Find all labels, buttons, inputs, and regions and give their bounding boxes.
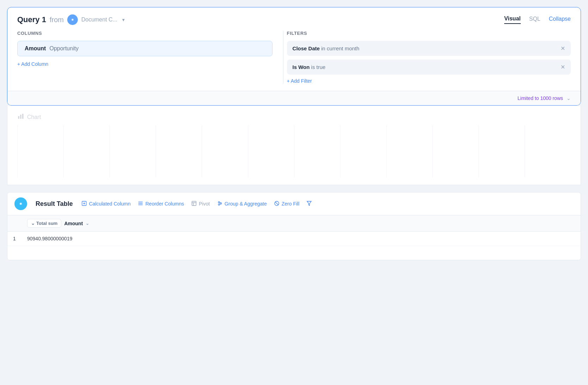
result-header: Result Table Calculated Column xyxy=(7,192,581,215)
add-column-link[interactable]: + Add Column xyxy=(17,61,273,67)
empty-row-num xyxy=(7,246,21,260)
calc-col-icon xyxy=(81,201,87,207)
group-aggregate-btn[interactable]: Group & Aggregate xyxy=(217,201,267,207)
grid-col xyxy=(248,125,294,178)
svg-rect-3 xyxy=(20,115,21,119)
empty-col-1 xyxy=(449,215,515,232)
query-footer: Limited to 1000 rows ⌄ xyxy=(7,91,581,105)
pivot-label: Pivot xyxy=(199,201,210,207)
chart-label: Chart xyxy=(27,114,41,120)
filter-2-bold: Is Won xyxy=(293,64,310,70)
filter-chip-2[interactable]: Is Won is true ✕ xyxy=(287,59,571,75)
query-title: Query 1 xyxy=(17,15,46,24)
calculated-column-btn[interactable]: Calculated Column xyxy=(81,201,131,207)
filter-2-rest: is true xyxy=(311,64,326,70)
svg-point-1 xyxy=(72,19,73,20)
reorder-label: Reorder Columns xyxy=(145,201,184,207)
data-table: ⌄ Total sum Amount ⌄ 1 90940.98000000019 xyxy=(7,215,581,260)
chevron-down-icon: ⌄ xyxy=(31,221,35,226)
grid-col xyxy=(340,125,386,178)
query-panel: Query 1 from Document C... ▾ Visual SQL … xyxy=(7,7,581,106)
filter-1-text: Close Date in current month xyxy=(293,45,359,51)
svg-rect-4 xyxy=(22,114,23,119)
empty-row-1 xyxy=(449,246,515,260)
columns-label: Columns xyxy=(17,31,273,36)
row-1-empty-1 xyxy=(449,232,515,246)
reorder-columns-btn[interactable]: Reorder Columns xyxy=(138,201,184,207)
table-header-row: ⌄ Total sum Amount ⌄ xyxy=(7,215,581,232)
svg-line-20 xyxy=(220,204,220,204)
grid-col xyxy=(294,125,340,178)
add-filter-link[interactable]: + Add Filter xyxy=(287,78,571,84)
column-chip[interactable]: Amount Opportunity xyxy=(17,41,273,56)
columns-section: Columns Amount Opportunity + Add Column xyxy=(17,31,283,84)
table-row: 1 90940.98000000019 xyxy=(7,232,581,246)
query-nav: Visual SQL Collapse xyxy=(504,15,571,24)
svg-line-19 xyxy=(220,202,220,203)
svg-point-6 xyxy=(20,203,21,204)
filter-1-bold: Close Date xyxy=(293,45,320,51)
nav-visual[interactable]: Visual xyxy=(504,15,521,24)
grid-col xyxy=(478,125,525,178)
rows-limit-chevron[interactable]: ⌄ xyxy=(567,95,571,101)
nav-sql[interactable]: SQL xyxy=(529,16,540,24)
row-num-header xyxy=(7,215,21,232)
grid-col xyxy=(63,125,110,178)
chart-grid xyxy=(17,125,571,178)
rows-limit-text: Limited to 1000 rows xyxy=(518,95,563,101)
query-body: Columns Amount Opportunity + Add Column … xyxy=(7,31,581,91)
amount-col-chevron[interactable]: ⌄ xyxy=(86,221,89,226)
query-header: Query 1 from Document C... ▾ Visual SQL … xyxy=(7,7,581,31)
filter-btn[interactable] xyxy=(306,201,312,207)
pivot-icon xyxy=(191,201,197,207)
empty-row-2 xyxy=(515,246,581,260)
doc-name[interactable]: Document C... xyxy=(81,17,117,23)
svg-point-17 xyxy=(218,204,220,205)
row-1-empty-2 xyxy=(515,232,581,246)
svg-rect-13 xyxy=(192,201,196,206)
result-actions: Calculated Column Reorder Columns xyxy=(81,201,574,207)
doc-icon xyxy=(67,14,78,25)
zero-fill-label: Zero Fill xyxy=(282,201,300,207)
chart-bar-icon xyxy=(17,113,24,121)
svg-rect-2 xyxy=(18,116,19,119)
filter-chip-1[interactable]: Close Date in current month ✕ xyxy=(287,41,571,56)
table-row-empty xyxy=(7,246,581,260)
filter-1-close[interactable]: ✕ xyxy=(561,45,565,52)
reorder-icon xyxy=(138,201,143,207)
total-sum-label: Total sum xyxy=(36,221,57,226)
grid-col xyxy=(202,125,248,178)
zero-fill-icon xyxy=(274,201,280,207)
query-from-label: from xyxy=(50,16,64,24)
doc-dropdown-chevron[interactable]: ▾ xyxy=(122,17,125,23)
svg-point-16 xyxy=(218,201,220,203)
grid-col xyxy=(386,125,432,178)
query-title-area: Query 1 from Document C... ▾ xyxy=(17,14,125,25)
result-table-title: Result Table xyxy=(36,200,73,208)
calc-col-label: Calculated Column xyxy=(89,201,131,207)
column-chip-bold: Amount xyxy=(25,45,46,52)
filter-2-close[interactable]: ✕ xyxy=(561,64,565,70)
row-1-num: 1 xyxy=(7,232,21,246)
filter-2-text: Is Won is true xyxy=(293,64,326,70)
chart-area: Chart xyxy=(7,106,581,185)
group-agg-label: Group & Aggregate xyxy=(225,201,267,207)
result-section: Result Table Calculated Column xyxy=(7,192,581,260)
grid-col xyxy=(156,125,202,178)
nav-collapse[interactable]: Collapse xyxy=(549,16,571,24)
row-1-amount: 90940.98000000019 xyxy=(21,232,449,246)
filters-label: Filters xyxy=(287,31,571,36)
group-agg-icon xyxy=(217,201,223,207)
pivot-btn[interactable]: Pivot xyxy=(191,201,210,207)
svg-line-22 xyxy=(275,202,278,205)
total-sum-dropdown[interactable]: ⌄ Total sum xyxy=(27,219,61,228)
filters-section: Filters Close Date in current month ✕ Is… xyxy=(283,31,571,84)
grid-col xyxy=(17,125,63,178)
column-chip-sub: Opportunity xyxy=(49,45,79,52)
filter-1-rest: in current month xyxy=(321,45,359,51)
result-logo xyxy=(14,197,27,210)
amount-col-name: Amount xyxy=(64,221,83,226)
empty-row-amount xyxy=(21,246,449,260)
grid-col xyxy=(432,125,478,178)
zero-fill-btn[interactable]: Zero Fill xyxy=(274,201,300,207)
